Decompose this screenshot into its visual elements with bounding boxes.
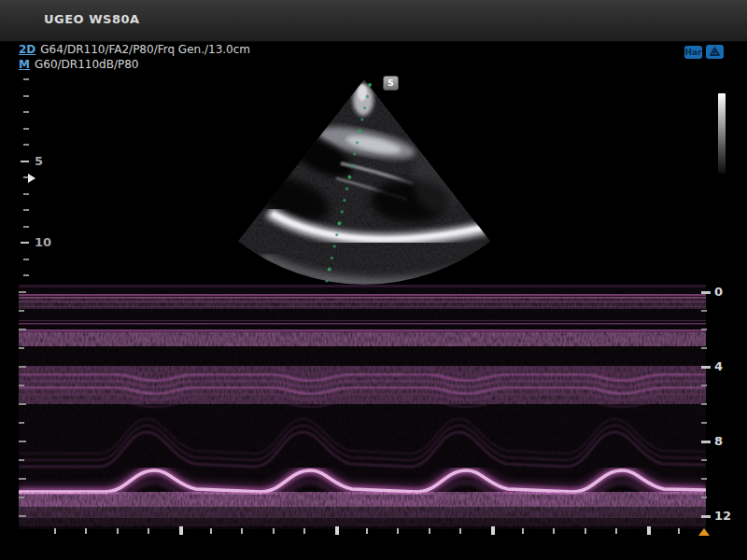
mmode-tick bbox=[701, 441, 711, 443]
params-m: G60/DR110dB/P80 bbox=[35, 58, 139, 71]
time-tick bbox=[179, 526, 183, 535]
mmode-tick bbox=[19, 422, 24, 424]
params-2d: G64/DR110/FA2/P80/Frq Gen./13.0cm bbox=[40, 43, 250, 56]
time-tick bbox=[491, 526, 495, 535]
grayscale-bar bbox=[718, 93, 726, 174]
mmode-tick bbox=[19, 310, 24, 312]
mmode-tick bbox=[19, 291, 26, 293]
time-tick bbox=[678, 528, 680, 534]
mmode-tick bbox=[19, 441, 26, 442]
mmode-depth-label: 0 bbox=[714, 285, 723, 299]
time-tick bbox=[117, 528, 119, 534]
time-tick bbox=[335, 526, 339, 535]
harmonic-badge: Har bbox=[684, 46, 702, 59]
time-tick bbox=[303, 528, 305, 534]
depth-tick bbox=[23, 209, 29, 211]
mmode-tick bbox=[19, 347, 24, 349]
time-tick bbox=[647, 526, 651, 535]
mode-2d-tag: 2D bbox=[19, 43, 35, 56]
mmode-tick bbox=[701, 459, 707, 461]
mmode-tick bbox=[701, 291, 711, 294]
mmode-tick bbox=[701, 366, 711, 369]
depth-tick bbox=[23, 274, 29, 276]
mmode-depth-label: 12 bbox=[714, 509, 731, 523]
ultrasound-screen: UGEO WS80A 2DG64/DR110/FA2/P80/Frq Gen./… bbox=[0, 0, 747, 560]
mmode-tick bbox=[701, 478, 707, 480]
depth-tick bbox=[23, 226, 29, 228]
orientation-marker: S bbox=[383, 76, 399, 91]
time-tick bbox=[366, 528, 368, 534]
probe-icon bbox=[706, 45, 724, 59]
time-tick bbox=[85, 528, 87, 534]
mmode-tick bbox=[701, 497, 707, 498]
mmode-tick bbox=[19, 515, 26, 517]
depth-tick bbox=[23, 259, 29, 260]
mmode-tick bbox=[701, 515, 711, 518]
depth-tick bbox=[23, 95, 29, 97]
mmode-tick bbox=[19, 497, 24, 498]
time-tick bbox=[459, 528, 461, 534]
time-tick bbox=[585, 528, 586, 534]
mmode-tick bbox=[701, 310, 707, 312]
time-tick bbox=[148, 528, 149, 534]
mmode-depth-label: 8 bbox=[714, 434, 723, 448]
mmode-tick bbox=[701, 403, 707, 405]
bmode-sector bbox=[131, 70, 598, 289]
depth-tick bbox=[23, 111, 29, 113]
time-tick bbox=[522, 528, 524, 534]
time-tick bbox=[241, 528, 243, 534]
mmode-depth-label: 4 bbox=[714, 359, 723, 373]
info-line-2d: 2DG64/DR110/FA2/P80/Frq Gen./13.0cm bbox=[19, 43, 250, 57]
depth-label: 5 bbox=[35, 154, 43, 168]
depth-tick bbox=[21, 161, 29, 162]
depth-tick bbox=[23, 128, 29, 130]
probe-rotate-glyph bbox=[706, 45, 724, 59]
time-tick bbox=[397, 528, 399, 534]
mmode-tick bbox=[701, 347, 707, 349]
depth-tick bbox=[23, 144, 29, 146]
mode-m-tag: M bbox=[19, 58, 30, 71]
mmode-tick bbox=[701, 385, 707, 386]
mmode-trace bbox=[19, 285, 706, 529]
sweep-position-icon bbox=[698, 528, 710, 536]
mmode-tick bbox=[701, 422, 707, 424]
titlebar: UGEO WS80A bbox=[0, 0, 747, 42]
mmode-tick bbox=[19, 329, 26, 330]
depth-tick bbox=[23, 193, 29, 195]
mmode-tick bbox=[19, 366, 26, 368]
mmode-tick bbox=[19, 478, 26, 480]
time-tick bbox=[210, 528, 212, 534]
time-tick bbox=[429, 528, 430, 534]
time-tick bbox=[54, 528, 56, 534]
time-tick bbox=[273, 528, 275, 534]
time-tick bbox=[553, 528, 555, 534]
depth-tick bbox=[23, 78, 29, 80]
mmode-tick bbox=[19, 403, 26, 405]
depth-label: 10 bbox=[35, 235, 51, 249]
time-tick bbox=[615, 528, 617, 534]
focus-marker-icon[interactable] bbox=[28, 174, 35, 183]
depth-tick bbox=[21, 242, 29, 244]
mmode-tick bbox=[19, 459, 24, 461]
mmode-tick bbox=[19, 385, 24, 386]
system-title: UGEO WS80A bbox=[44, 12, 140, 26]
bmode-image[interactable] bbox=[131, 70, 598, 289]
mmode-tick bbox=[701, 329, 707, 330]
info-line-m: MG60/DR110dB/P80 bbox=[19, 58, 138, 72]
